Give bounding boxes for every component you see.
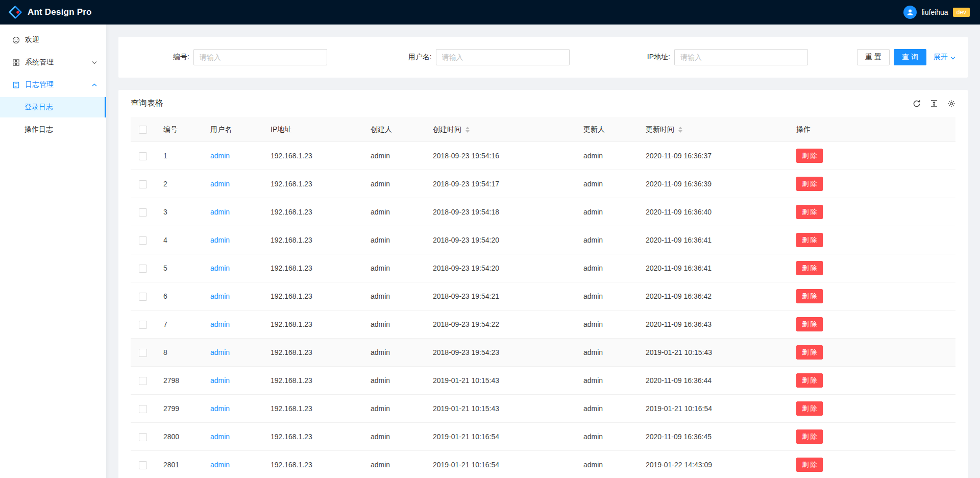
username-link[interactable]: admin [210,404,230,413]
username-link[interactable]: admin [210,180,230,188]
app-layout: Ant Design Pro liufeihua dev [0,0,980,478]
cell-username: admin [202,254,262,282]
sort-control[interactable] [465,127,470,133]
delete-button[interactable]: 删 除 [796,205,823,219]
column-header-actions: 操作 [788,117,955,142]
expand-label: 展开 [934,53,948,62]
row-checkbox[interactable] [139,236,147,245]
username-link[interactable]: admin [210,348,230,356]
username-link[interactable]: admin [210,152,230,160]
delete-button[interactable]: 删 除 [796,261,823,275]
row-checkbox[interactable] [139,180,147,188]
cell-actions: 删 除 [788,170,955,198]
cell-id: 2798 [155,367,202,395]
user-menu[interactable]: liufeihua dev [903,6,970,19]
reset-button[interactable]: 重 置 [857,49,890,65]
sidebar-item-log-management[interactable]: 日志管理 [0,75,106,95]
sidebar-item-operation-log[interactable]: 操作日志 [0,119,106,140]
sidebar-item-system-management[interactable]: 系统管理 [0,52,106,73]
user-avatar[interactable] [903,6,917,19]
row-checkbox[interactable] [139,461,147,469]
cell-ip: 192.168.1.23 [262,423,362,451]
sort-control[interactable] [678,127,682,133]
cell-id: 1 [155,142,202,170]
query-button[interactable]: 查 询 [894,49,926,65]
row-checkbox[interactable] [139,208,147,217]
delete-button[interactable]: 删 除 [796,429,823,444]
cell-id: 5 [155,254,202,282]
sidebar-item-welcome[interactable]: 欢迎 [0,30,106,50]
username-link[interactable]: admin [210,320,230,328]
ip-input[interactable] [674,49,808,65]
reload-icon[interactable] [913,100,921,108]
sort-desc-icon [465,130,470,133]
cell-updated-time: 2020-11-09 16:36:44 [638,367,788,395]
username-link[interactable]: admin [210,264,230,272]
table-row: 4 admin 192.168.1.23 admin 2018-09-23 19… [131,226,955,254]
username-link[interactable]: admin [210,433,230,441]
row-checkbox[interactable] [139,377,147,385]
cell-creator: admin [362,254,425,282]
table-header-row: 编号 用户名 IP地址 创建人 创建时间 更新人 更新时间 [131,117,955,142]
row-checkbox[interactable] [139,321,147,329]
delete-button[interactable]: 删 除 [796,401,823,416]
cell-updater: admin [575,254,638,282]
username-input[interactable] [436,49,570,65]
row-checkbox[interactable] [139,152,147,160]
table-card: 查询表格 [118,90,968,478]
row-checkbox[interactable] [139,265,147,273]
delete-button[interactable]: 删 除 [796,373,823,388]
row-checkbox[interactable] [139,405,147,413]
filter-field-id: 编号: [131,49,370,65]
cell-id: 8 [155,339,202,367]
delete-button[interactable]: 删 除 [796,458,823,472]
delete-button[interactable]: 删 除 [796,233,823,247]
cell-username: admin [202,339,262,367]
cell-updater: admin [575,395,638,423]
column-header-id: 编号 [155,117,202,142]
delete-button[interactable]: 删 除 [796,345,823,360]
username-link[interactable]: admin [210,461,230,469]
cell-actions: 删 除 [788,254,955,282]
cell-checkbox [131,170,155,198]
app-logo[interactable]: Ant Design Pro [8,5,92,19]
cell-actions: 删 除 [788,339,955,367]
density-icon[interactable] [930,100,938,108]
user-name: liufeihua [921,8,948,16]
username-link[interactable]: admin [210,236,230,244]
cell-updated-time: 2020-11-09 16:36:37 [638,142,788,170]
select-all-checkbox[interactable] [139,126,147,134]
column-setting-icon[interactable] [947,100,955,108]
cell-id: 2801 [155,451,202,478]
cell-username: admin [202,170,262,198]
row-checkbox[interactable] [139,433,147,441]
username-link[interactable]: admin [210,292,230,300]
cell-ip: 192.168.1.23 [262,339,362,367]
delete-button[interactable]: 删 除 [796,177,823,191]
logo-icon [8,5,22,19]
cell-updater: admin [575,226,638,254]
cell-created-time: 2019-01-21 10:16:54 [425,423,575,451]
cell-created-time: 2018-09-23 19:54:20 [425,254,575,282]
delete-button[interactable]: 删 除 [796,317,823,331]
row-checkbox[interactable] [139,293,147,301]
chevron-up-icon [92,83,97,87]
delete-button[interactable]: 删 除 [796,289,823,303]
sidebar-item-login-log[interactable]: 登录日志 [0,97,106,117]
cell-updated-time: 2019-01-21 10:15:43 [638,339,788,367]
cell-checkbox [131,451,155,478]
cell-updated-time: 2019-01-21 10:16:54 [638,395,788,423]
delete-button[interactable]: 删 除 [796,149,823,163]
cell-checkbox [131,226,155,254]
cell-id: 6 [155,282,202,310]
username-link[interactable]: admin [210,376,230,385]
chevron-down-icon [92,61,97,64]
id-input[interactable] [193,49,327,65]
username-link[interactable]: admin [210,208,230,216]
cell-id: 2799 [155,395,202,423]
expand-toggle[interactable]: 展开 [934,53,955,62]
sidebar-item-label: 系统管理 [25,58,54,67]
cell-ip: 192.168.1.23 [262,254,362,282]
row-checkbox[interactable] [139,349,147,357]
cell-updated-time: 2020-11-09 16:36:39 [638,170,788,198]
